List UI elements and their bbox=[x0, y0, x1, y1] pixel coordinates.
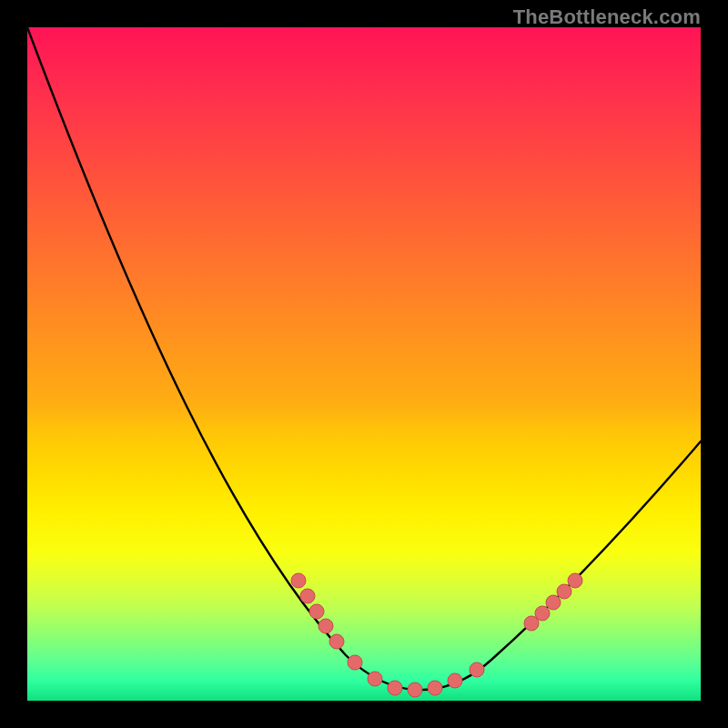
svg-point-1 bbox=[300, 589, 315, 603]
svg-point-4 bbox=[329, 634, 344, 649]
curve-path bbox=[27, 27, 701, 690]
marker-group bbox=[291, 573, 582, 697]
svg-point-10 bbox=[448, 673, 462, 688]
svg-point-6 bbox=[368, 672, 382, 686]
svg-point-2 bbox=[309, 604, 324, 619]
svg-point-5 bbox=[348, 655, 362, 670]
svg-point-13 bbox=[535, 606, 550, 621]
watermark-text: TheBottleneck.com bbox=[513, 5, 701, 29]
svg-point-3 bbox=[318, 619, 333, 633]
svg-point-11 bbox=[470, 662, 484, 677]
svg-point-14 bbox=[546, 595, 561, 610]
svg-point-7 bbox=[388, 681, 402, 695]
chart-frame: TheBottleneck.com bbox=[0, 0, 728, 728]
svg-point-0 bbox=[291, 573, 306, 588]
svg-point-9 bbox=[428, 681, 442, 695]
bottleneck-curve bbox=[27, 27, 701, 701]
svg-point-16 bbox=[568, 573, 582, 588]
svg-point-8 bbox=[408, 682, 422, 697]
svg-point-15 bbox=[557, 584, 571, 599]
